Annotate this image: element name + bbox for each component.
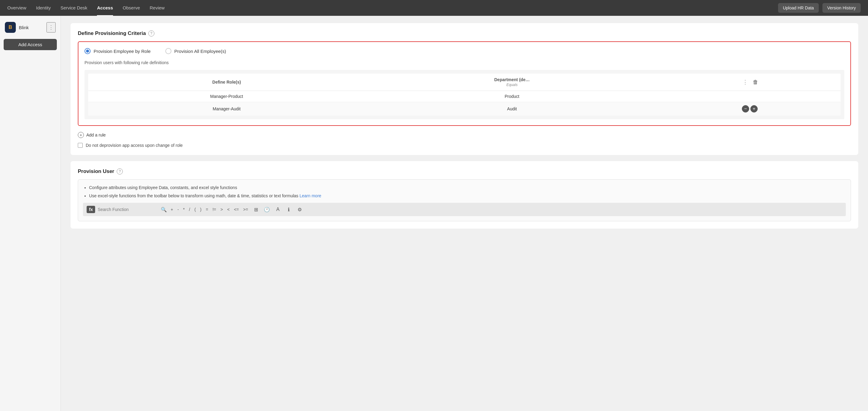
col-header-actions: ⋮ 🗑 [659, 74, 841, 91]
help-icon[interactable]: ? [148, 30, 154, 36]
radio-circle-all [165, 48, 172, 54]
department-cell-0: Product [365, 91, 659, 102]
remove-row-button[interactable]: − [742, 105, 749, 113]
provision-user-box: Configure attributes using Employee Data… [78, 179, 851, 221]
col-header-role: Define Role(s) [88, 74, 365, 91]
toolbar-op-notequals[interactable]: != [211, 206, 217, 212]
provision-user-list: Configure attributes using Employee Data… [83, 184, 846, 199]
rule-table-container: Define Role(s) Department (de… Equals [85, 70, 844, 119]
function-toolbar: fx 🔍 + - * / ( ) = != > < <= [83, 203, 846, 216]
version-history-button[interactable]: Version History [823, 3, 861, 13]
toolbar-op-multiply[interactable]: * [182, 206, 186, 212]
app-info: B Blink [5, 22, 29, 33]
add-rule-icon: + [78, 132, 84, 138]
toolbar-info-icon[interactable]: ℹ [284, 205, 293, 214]
toolbar-grid-icon[interactable]: ⊞ [252, 205, 260, 214]
nav-item-identity[interactable]: Identity [36, 0, 51, 16]
top-navigation: Overview Identity Service Desk Access Ob… [0, 0, 868, 16]
row-actions-1: − + [659, 102, 841, 116]
role-cell-1: Manager-Audit [88, 102, 365, 116]
toolbar-clock-icon[interactable]: 🕐 [262, 205, 271, 214]
radio-label-all: Provision All Employee(s) [175, 49, 226, 54]
radio-group: Provision Employee by Role Provision All… [85, 48, 844, 54]
nav-actions: Upload HR Data Version History [778, 3, 861, 13]
radio-provision-all[interactable]: Provision All Employee(s) [165, 48, 226, 54]
section-title: Define Provisioning Criteria [78, 30, 146, 36]
col-department-sub: Equals [506, 83, 518, 87]
provision-user-section: Provision User ? Configure attributes us… [70, 161, 858, 229]
checkbox-row: Do not deprovision app access upon chang… [78, 143, 851, 148]
radio-label-role: Provision Employee by Role [94, 49, 151, 54]
row-actions-0 [659, 91, 841, 102]
provision-user-help-icon[interactable]: ? [117, 169, 123, 175]
toolbar-text-icon[interactable]: A [274, 205, 282, 214]
radio-provision-by-role[interactable]: Provision Employee by Role [85, 48, 151, 54]
provision-bullet-1: Configure attributes using Employee Data… [89, 184, 846, 191]
add-row-button[interactable]: + [750, 105, 758, 113]
nav-item-access[interactable]: Access [97, 0, 113, 16]
search-function-button[interactable]: 🔍 [161, 207, 167, 212]
learn-more-link[interactable]: Learn more [300, 193, 321, 198]
add-rule-button[interactable]: + Add a rule [78, 131, 851, 139]
nav-item-review[interactable]: Review [150, 0, 165, 16]
criteria-box: Provision Employee by Role Provision All… [78, 41, 851, 126]
fx-badge: fx [87, 206, 95, 213]
role-cell-0: Manager-Product [88, 91, 365, 102]
table-row: Manager-Product Product [88, 91, 841, 102]
delete-column-button[interactable]: 🗑 [752, 79, 759, 86]
checkbox-label: Do not deprovision app access upon chang… [86, 143, 183, 148]
toolbar-op-lparen[interactable]: ( [193, 206, 197, 212]
provision-bullet-2: Use excel-style functions from the toolb… [89, 193, 846, 199]
radio-circle-role [85, 48, 91, 54]
add-rule-label: Add a rule [86, 133, 106, 138]
provision-user-title: Provision User [78, 169, 114, 175]
department-cell-1: Audit [365, 102, 659, 116]
app-name: Blink [19, 25, 29, 30]
nav-item-servicedesk[interactable]: Service Desk [60, 0, 87, 16]
upload-hr-data-button[interactable]: Upload HR Data [778, 3, 819, 13]
table-row: Manager-Audit Audit − + [88, 102, 841, 116]
sidebar: B Blink ⋮ Add Access [0, 16, 61, 411]
toolbar-operators: + - * / ( ) = != > < <= >= [169, 206, 249, 212]
section-header: Define Provisioning Criteria ? [78, 30, 851, 36]
main-content: Define Provisioning Criteria ? Provision… [61, 16, 868, 411]
rule-description: Provision users with following rule defi… [85, 60, 844, 65]
app-icon: B [5, 22, 16, 33]
toolbar-op-gte[interactable]: >= [242, 206, 249, 212]
provision-bullet-2-text: Use excel-style functions from the toolb… [89, 193, 299, 198]
footer-actions: + Add a rule Do not deprovision app acce… [78, 131, 851, 148]
search-function-input[interactable] [98, 207, 158, 212]
toolbar-op-lte[interactable]: <= [233, 206, 240, 212]
deprovision-checkbox[interactable] [78, 143, 83, 148]
toolbar-op-gt[interactable]: > [219, 206, 224, 212]
page-layout: B Blink ⋮ Add Access Define Provisioning… [0, 16, 868, 411]
col-department-label: Department (de… [494, 77, 530, 82]
sidebar-app-header: B Blink ⋮ [4, 20, 57, 35]
column-options-button[interactable]: ⋮ [741, 78, 750, 86]
provision-user-header: Provision User ? [78, 169, 851, 175]
nav-item-overview[interactable]: Overview [7, 0, 26, 16]
toolbar-op-equals[interactable]: = [205, 206, 209, 212]
add-access-button[interactable]: Add Access [4, 39, 57, 50]
sidebar-more-button[interactable]: ⋮ [46, 22, 56, 32]
toolbar-op-rparen[interactable]: ) [199, 206, 203, 212]
rule-table: Define Role(s) Department (de… Equals [88, 74, 841, 116]
toolbar-op-lt[interactable]: < [226, 206, 231, 212]
col-header-department: Department (de… Equals [365, 74, 659, 91]
table-header-row: Define Role(s) Department (de… Equals [88, 74, 841, 91]
toolbar-settings-icon[interactable]: ⚙ [296, 205, 304, 214]
toolbar-op-minus[interactable]: - [176, 206, 180, 212]
toolbar-op-divide[interactable]: / [188, 206, 191, 212]
nav-item-observe[interactable]: Observe [123, 0, 140, 16]
toolbar-op-plus[interactable]: + [169, 206, 174, 212]
nav-items: Overview Identity Service Desk Access Ob… [7, 0, 778, 16]
provisioning-criteria-section: Define Provisioning Criteria ? Provision… [70, 23, 858, 155]
